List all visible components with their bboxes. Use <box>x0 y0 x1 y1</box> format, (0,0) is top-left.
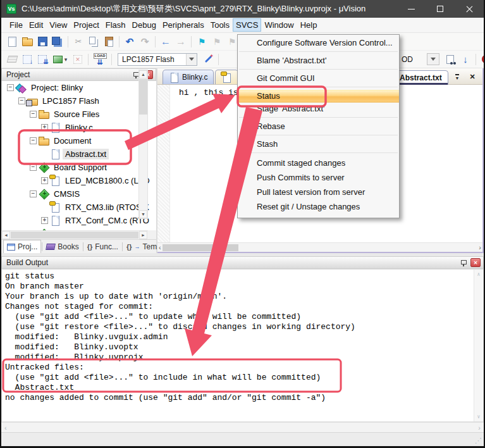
svcs-menu-item-commit-staged-changes[interactable]: Commit staged changes <box>238 156 399 170</box>
menubar-item-project[interactable]: Project <box>70 18 102 32</box>
close-button[interactable] <box>455 0 484 18</box>
tree-item-cmsis[interactable]: −CMSIS <box>2 187 156 201</box>
expand-icon[interactable]: + <box>41 177 48 184</box>
undo-icon[interactable] <box>123 35 137 49</box>
collapse-icon[interactable]: − <box>30 111 37 118</box>
editor-horizontal-scrollbar[interactable]: ‹ › <box>157 242 482 252</box>
paste-icon[interactable] <box>102 35 116 49</box>
chevron-down-icon[interactable] <box>186 54 197 65</box>
navigate-back-icon[interactable] <box>159 35 173 49</box>
tree-item-document[interactable]: −Document <box>2 134 156 147</box>
menubar-item-view[interactable]: View <box>46 18 70 32</box>
menubar-item-window[interactable]: Window <box>261 18 297 32</box>
tree-item-lpc1857-flash[interactable]: −LPC1857 Flash <box>2 94 156 108</box>
svcs-menu-item-push-commits-to-server[interactable]: Push Commits to server <box>238 170 399 185</box>
editor-close-button[interactable]: ✕ <box>467 72 477 82</box>
collapse-icon[interactable]: − <box>30 164 37 171</box>
scroll-left-icon[interactable]: ‹ <box>159 244 161 251</box>
menubar-item-file[interactable]: File <box>6 18 26 32</box>
build-output-horizontal-scrollbar[interactable]: ‹ › <box>1 422 484 432</box>
build-icon[interactable] <box>20 53 34 66</box>
chevron-down-icon[interactable] <box>427 53 439 65</box>
tree-item-rtx-conf-cm-c-rto[interactable]: +RTX_Conf_CM.c (RTO <box>2 214 156 227</box>
target-select[interactable]: LPC1857 Flash <box>118 53 197 66</box>
build-output-vertical-scrollbar[interactable]: ∧ ∨ <box>474 270 483 421</box>
tab-list-button[interactable]: ▼ <box>452 72 462 82</box>
svcs-menu-item-status[interactable]: Status <box>238 90 399 103</box>
bookmark-prev-icon[interactable] <box>210 35 224 49</box>
resize-grip-icon[interactable]: ⋰ <box>475 437 481 445</box>
tree-item-abstract-txt[interactable]: Abstract.txt <box>2 147 156 161</box>
open-folder-icon[interactable] <box>20 35 34 49</box>
tree-item-led-mcb1800-c-led[interactable]: +LED_MCB1800.c (LED <box>2 174 156 187</box>
tree-item-board-support[interactable]: −Board Support <box>2 161 156 174</box>
editor-tab-abstract-txt[interactable]: Abstract.txt <box>393 70 448 85</box>
collapse-icon[interactable]: − <box>30 190 37 197</box>
scroll-left-icon[interactable]: ◄ <box>2 231 10 239</box>
scroll-down-icon[interactable]: ∨ <box>477 414 481 420</box>
svcs-menu-item-stage-abstract-txt[interactable]: Stage 'Abstract.txt' <box>238 103 399 115</box>
menubar-item-tools[interactable]: Tools <box>207 18 233 32</box>
collapse-icon[interactable]: − <box>7 84 14 91</box>
menubar-item-edit[interactable]: Edit <box>26 18 46 32</box>
svcs-menu-item-pull-latest-version-from-server[interactable]: Pull latest version from server <box>238 185 399 199</box>
scrollbar-thumb[interactable] <box>11 232 138 239</box>
minimize-button[interactable] <box>396 0 426 18</box>
stop-build-icon[interactable] <box>71 53 85 66</box>
new-file-icon[interactable] <box>5 35 19 49</box>
svcs-menu-item-reset-git-unstage-changes[interactable]: Reset git / Unstage changes <box>238 199 399 214</box>
project-tree-horizontal-scrollbar[interactable]: ◄ ► <box>1 230 148 239</box>
panel-tab-func[interactable]: {}Func... <box>84 241 121 252</box>
copy-icon[interactable] <box>87 35 101 49</box>
menubar-item-svcs[interactable]: SVCS <box>233 18 261 32</box>
tree-item-source-files[interactable]: −Source Files <box>2 108 156 121</box>
scroll-left-icon[interactable]: ‹ <box>4 424 7 432</box>
project-tree-vertical-scrollbar[interactable]: ▲ ▼ <box>138 70 148 219</box>
scrollbar-thumb[interactable] <box>139 79 147 115</box>
tree-item-item[interactable]: − <box>2 227 156 230</box>
batch-build-icon[interactable] <box>51 53 70 66</box>
cut-icon[interactable] <box>71 35 85 49</box>
debug-red-icon[interactable] <box>479 53 485 66</box>
bookmark-icon[interactable] <box>195 35 209 49</box>
options-wand-icon[interactable] <box>201 53 215 66</box>
tree-item-project-blinky[interactable]: −Project: Blinky <box>2 81 156 94</box>
svcs-menu-item-configure-software-version-control[interactable]: Configure Software Version Control... <box>238 37 399 49</box>
build-output-close-button[interactable] <box>470 258 481 267</box>
menubar-item-flash[interactable]: Flash <box>102 18 129 32</box>
tree-item-blinky-c[interactable]: +Blinky.c <box>2 121 156 134</box>
menubar-item-debug[interactable]: Debug <box>129 18 159 32</box>
editor-tab-item[interactable] <box>215 70 238 84</box>
save-icon[interactable] <box>35 35 49 49</box>
panel-tab-books[interactable]: Books <box>43 241 82 252</box>
rebuild-icon[interactable] <box>35 53 49 66</box>
navigate-forward-icon[interactable] <box>174 35 188 49</box>
redo-icon[interactable] <box>138 35 152 49</box>
scroll-right-icon[interactable]: › <box>478 424 481 432</box>
scroll-right-icon[interactable]: ► <box>139 231 147 239</box>
scrollbar-thumb[interactable] <box>163 244 238 251</box>
maximize-button[interactable] <box>426 0 455 18</box>
menubar-item-peripherals[interactable]: Peripherals <box>159 18 207 32</box>
find-in-files-icon[interactable] <box>443 53 457 66</box>
load-icon[interactable]: LOAD <box>92 53 108 66</box>
tree-item-rtx-cm3-lib-rtos-k[interactable]: RTX_CM3.lib (RTOS:K <box>2 201 156 214</box>
svcs-menu-item-git-commit-gui[interactable]: Git Commit GUI <box>238 72 399 85</box>
scroll-up-icon[interactable]: ▲ <box>139 70 147 78</box>
panel-tab-proj[interactable]: Proj... <box>3 240 41 253</box>
menubar-item-help[interactable]: Help <box>297 18 321 32</box>
collapse-icon[interactable]: − <box>18 97 25 104</box>
collapse-icon[interactable]: − <box>30 137 37 144</box>
scroll-right-icon[interactable]: › <box>479 244 481 251</box>
svcs-menu-item-rebase[interactable]: Rebase <box>238 120 399 133</box>
svcs-menu-item-stash[interactable]: Stash <box>238 138 399 151</box>
expand-icon[interactable]: + <box>41 124 48 131</box>
scroll-up-icon[interactable]: ∧ <box>477 271 481 277</box>
download-watch-icon[interactable] <box>458 53 472 66</box>
editor-tab-blinky-c[interactable]: Blinky.c <box>163 70 214 84</box>
expand-icon[interactable]: + <box>41 217 48 224</box>
scroll-down-icon[interactable]: ▼ <box>139 210 147 218</box>
svcs-menu-item-blame-abstract-txt[interactable]: Blame 'Abstract.txt' <box>238 54 399 67</box>
pin-icon[interactable] <box>460 259 467 267</box>
save-all-icon[interactable] <box>51 35 64 49</box>
